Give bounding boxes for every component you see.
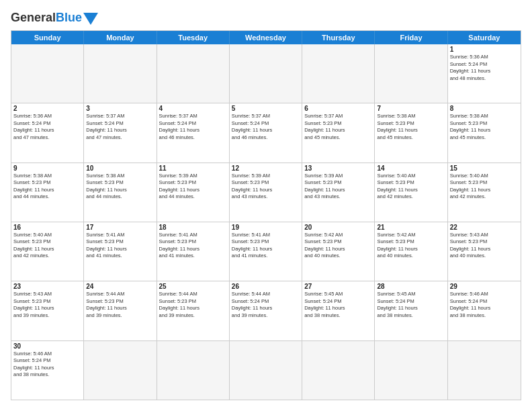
cell-info: Sunrise: 5:45 AM Sunset: 5:24 PM Dayligh… [377, 291, 445, 319]
empty-cell [84, 341, 157, 400]
cell-info: Sunrise: 5:42 AM Sunset: 5:23 PM Dayligh… [304, 232, 372, 260]
day-number: 7 [377, 105, 445, 112]
page: General Blue SundayMondayTuesdayWednesda… [0, 0, 532, 411]
empty-cell [84, 44, 157, 103]
calendar-row-5: 30Sunrise: 5:46 AM Sunset: 5:24 PM Dayli… [11, 340, 521, 400]
day-number: 25 [159, 283, 227, 290]
day-number: 20 [304, 224, 372, 231]
cell-info: Sunrise: 5:41 AM Sunset: 5:23 PM Dayligh… [159, 232, 227, 260]
day-number: 28 [377, 283, 445, 290]
day-cell-18: 18Sunrise: 5:41 AM Sunset: 5:23 PM Dayli… [157, 222, 230, 281]
day-header-saturday: Saturday [448, 31, 521, 44]
day-number: 27 [304, 283, 372, 290]
calendar-header: SundayMondayTuesdayWednesdayThursdayFrid… [11, 31, 521, 44]
day-number: 6 [304, 105, 372, 112]
day-header-monday: Monday [84, 31, 157, 44]
day-cell-16: 16Sunrise: 5:40 AM Sunset: 5:23 PM Dayli… [11, 222, 84, 281]
day-cell-20: 20Sunrise: 5:42 AM Sunset: 5:23 PM Dayli… [302, 222, 375, 281]
day-cell-15: 15Sunrise: 5:40 AM Sunset: 5:23 PM Dayli… [448, 163, 521, 222]
empty-cell [157, 44, 230, 103]
day-number: 30 [13, 342, 81, 350]
empty-cell [302, 44, 375, 103]
logo-area: General Blue [11, 11, 98, 25]
day-header-thursday: Thursday [302, 31, 375, 44]
day-cell-25: 25Sunrise: 5:44 AM Sunset: 5:23 PM Dayli… [157, 281, 230, 340]
cell-info: Sunrise: 5:37 AM Sunset: 5:24 PM Dayligh… [86, 113, 154, 141]
cell-info: Sunrise: 5:44 AM Sunset: 5:23 PM Dayligh… [86, 291, 154, 319]
day-number: 16 [13, 224, 81, 231]
day-cell-6: 6Sunrise: 5:37 AM Sunset: 5:23 PM Daylig… [302, 103, 375, 162]
day-number: 9 [13, 165, 81, 172]
day-cell-12: 12Sunrise: 5:39 AM Sunset: 5:23 PM Dayli… [230, 163, 302, 222]
day-cell-4: 4Sunrise: 5:37 AM Sunset: 5:24 PM Daylig… [157, 103, 230, 162]
cell-info: Sunrise: 5:39 AM Sunset: 5:23 PM Dayligh… [232, 173, 300, 201]
day-number: 22 [450, 224, 519, 231]
logo-icon [83, 13, 98, 25]
day-cell-17: 17Sunrise: 5:41 AM Sunset: 5:23 PM Dayli… [84, 222, 157, 281]
cell-info: Sunrise: 5:38 AM Sunset: 5:23 PM Dayligh… [86, 173, 154, 201]
day-number: 11 [159, 165, 227, 172]
day-cell-9: 9Sunrise: 5:38 AM Sunset: 5:23 PM Daylig… [11, 163, 84, 222]
day-cell-19: 19Sunrise: 5:41 AM Sunset: 5:23 PM Dayli… [230, 222, 302, 281]
day-number: 17 [86, 224, 154, 231]
day-header-sunday: Sunday [11, 31, 84, 44]
day-number: 18 [159, 224, 227, 231]
calendar-row-2: 9Sunrise: 5:38 AM Sunset: 5:23 PM Daylig… [11, 163, 521, 222]
day-cell-7: 7Sunrise: 5:38 AM Sunset: 5:23 PM Daylig… [375, 103, 447, 162]
day-cell-26: 26Sunrise: 5:44 AM Sunset: 5:24 PM Dayli… [230, 281, 302, 340]
cell-info: Sunrise: 5:40 AM Sunset: 5:23 PM Dayligh… [450, 173, 519, 201]
logo-blue-text: Blue [56, 11, 82, 25]
cell-info: Sunrise: 5:46 AM Sunset: 5:24 PM Dayligh… [450, 291, 519, 319]
empty-cell [448, 341, 521, 400]
day-number: 4 [159, 105, 227, 112]
calendar-row-1: 2Sunrise: 5:36 AM Sunset: 5:24 PM Daylig… [11, 103, 521, 162]
cell-info: Sunrise: 5:40 AM Sunset: 5:23 PM Dayligh… [13, 232, 81, 260]
cell-info: Sunrise: 5:37 AM Sunset: 5:24 PM Dayligh… [159, 113, 227, 141]
day-number: 10 [86, 165, 154, 172]
day-cell-8: 8Sunrise: 5:38 AM Sunset: 5:23 PM Daylig… [448, 103, 521, 162]
day-cell-21: 21Sunrise: 5:42 AM Sunset: 5:23 PM Dayli… [375, 222, 447, 281]
day-number: 5 [232, 105, 300, 112]
day-cell-5: 5Sunrise: 5:37 AM Sunset: 5:24 PM Daylig… [230, 103, 302, 162]
empty-cell [302, 341, 375, 400]
empty-cell [230, 341, 302, 400]
cell-info: Sunrise: 5:38 AM Sunset: 5:23 PM Dayligh… [13, 173, 81, 201]
day-number: 2 [13, 105, 81, 112]
day-number: 14 [377, 165, 445, 172]
day-number: 24 [86, 283, 154, 290]
day-number: 13 [304, 165, 372, 172]
day-cell-22: 22Sunrise: 5:43 AM Sunset: 5:23 PM Dayli… [448, 222, 521, 281]
cell-info: Sunrise: 5:39 AM Sunset: 5:23 PM Dayligh… [304, 173, 372, 201]
calendar-row-4: 23Sunrise: 5:43 AM Sunset: 5:23 PM Dayli… [11, 281, 521, 340]
calendar-body: 1Sunrise: 5:36 AM Sunset: 5:24 PM Daylig… [11, 44, 521, 400]
cell-info: Sunrise: 5:42 AM Sunset: 5:23 PM Dayligh… [377, 232, 445, 260]
day-cell-10: 10Sunrise: 5:38 AM Sunset: 5:23 PM Dayli… [84, 163, 157, 222]
day-cell-11: 11Sunrise: 5:39 AM Sunset: 5:23 PM Dayli… [157, 163, 230, 222]
cell-info: Sunrise: 5:38 AM Sunset: 5:23 PM Dayligh… [377, 113, 445, 141]
day-number: 19 [232, 224, 300, 231]
day-cell-30: 30Sunrise: 5:46 AM Sunset: 5:24 PM Dayli… [11, 341, 84, 400]
day-cell-28: 28Sunrise: 5:45 AM Sunset: 5:24 PM Dayli… [375, 281, 447, 340]
cell-info: Sunrise: 5:41 AM Sunset: 5:23 PM Dayligh… [86, 232, 154, 260]
day-cell-1: 1Sunrise: 5:36 AM Sunset: 5:24 PM Daylig… [448, 44, 521, 103]
day-header-friday: Friday [375, 31, 447, 44]
cell-info: Sunrise: 5:45 AM Sunset: 5:24 PM Dayligh… [304, 291, 372, 319]
cell-info: Sunrise: 5:44 AM Sunset: 5:24 PM Dayligh… [232, 291, 300, 319]
day-cell-27: 27Sunrise: 5:45 AM Sunset: 5:24 PM Dayli… [302, 281, 375, 340]
day-number: 21 [377, 224, 445, 231]
cell-info: Sunrise: 5:40 AM Sunset: 5:23 PM Dayligh… [377, 173, 445, 201]
logo-wrapper: General Blue [11, 11, 98, 25]
day-cell-29: 29Sunrise: 5:46 AM Sunset: 5:24 PM Dayli… [448, 281, 521, 340]
empty-cell [230, 44, 302, 103]
day-header-tuesday: Tuesday [157, 31, 230, 44]
day-cell-14: 14Sunrise: 5:40 AM Sunset: 5:23 PM Dayli… [375, 163, 447, 222]
day-cell-3: 3Sunrise: 5:37 AM Sunset: 5:24 PM Daylig… [84, 103, 157, 162]
cell-info: Sunrise: 5:39 AM Sunset: 5:23 PM Dayligh… [159, 173, 227, 201]
day-number: 23 [13, 283, 81, 290]
day-cell-2: 2Sunrise: 5:36 AM Sunset: 5:24 PM Daylig… [11, 103, 84, 162]
cell-info: Sunrise: 5:46 AM Sunset: 5:24 PM Dayligh… [13, 351, 81, 379]
cell-info: Sunrise: 5:36 AM Sunset: 5:24 PM Dayligh… [450, 54, 519, 82]
cell-info: Sunrise: 5:37 AM Sunset: 5:24 PM Dayligh… [232, 113, 300, 141]
header: General Blue [11, 11, 521, 25]
day-number: 1 [450, 46, 519, 53]
